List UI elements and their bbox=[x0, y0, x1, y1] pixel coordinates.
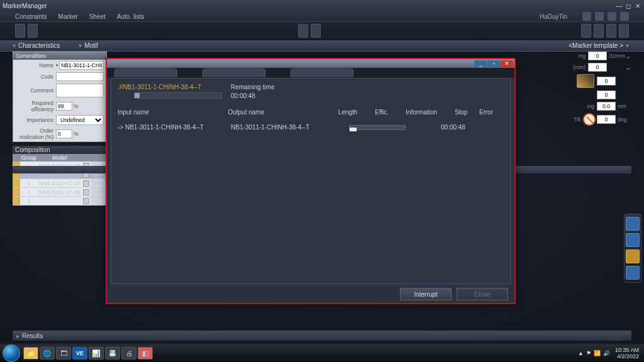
importance-select[interactable]: Undefined bbox=[56, 115, 104, 125]
app-title: MarkerManager bbox=[3, 3, 47, 9]
tilt-label: Tilt bbox=[574, 116, 580, 123]
tool-icon[interactable] bbox=[595, 12, 604, 21]
col-stop: Stop bbox=[455, 109, 479, 116]
taskbar-app-icon[interactable]: 🖨 bbox=[121, 347, 136, 359]
tool-button[interactable] bbox=[311, 24, 321, 38]
menu-sheet[interactable]: Sheet bbox=[89, 13, 106, 20]
code-field[interactable] bbox=[56, 72, 104, 81]
comment-field[interactable] bbox=[56, 84, 104, 97]
taskbar-chrome-icon[interactable]: 🌐 bbox=[40, 347, 55, 359]
float-tool-icon[interactable] bbox=[626, 250, 640, 263]
remaining-time-label: Remaining time bbox=[231, 84, 274, 90]
dialog-titlebar[interactable]: _ ▫ ✕ bbox=[107, 59, 514, 68]
marker-template-link[interactable]: <Marker template > bbox=[569, 42, 623, 49]
tray-volume-icon[interactable]: 🔊 bbox=[603, 350, 610, 356]
taskbar-explorer-icon[interactable]: 📁 bbox=[23, 347, 38, 359]
tool-button[interactable] bbox=[619, 24, 629, 38]
spacing-field[interactable] bbox=[588, 52, 607, 60]
row-progress-bar bbox=[349, 125, 406, 130]
row-information: 00:00:48 bbox=[441, 124, 491, 131]
col-efficiency: Effic. bbox=[375, 109, 406, 116]
spacing-unit: /10mm bbox=[609, 53, 623, 59]
chevron-down-icon[interactable]: ⌄ bbox=[625, 63, 631, 72]
tray-icon[interactable]: ▲ bbox=[578, 350, 584, 356]
orderreal-field[interactable] bbox=[56, 129, 72, 138]
float-tool-icon[interactable] bbox=[626, 217, 640, 231]
tilt-field[interactable] bbox=[597, 115, 616, 124]
dialog-tab[interactable] bbox=[114, 69, 177, 77]
taskbar-vnc-icon[interactable]: VE bbox=[72, 347, 87, 359]
tool-button[interactable] bbox=[581, 24, 591, 38]
float-tool-icon[interactable] bbox=[626, 266, 640, 280]
taskbar-app-icon[interactable]: 📇 bbox=[105, 347, 120, 359]
no-tilt-icon[interactable] bbox=[583, 113, 596, 126]
reqeff-unit: % bbox=[74, 103, 79, 109]
tray-flag-icon[interactable]: ⚑ bbox=[586, 350, 591, 356]
taskbar-app-icon[interactable]: 🗔 bbox=[56, 347, 71, 359]
generalities-panel: Generalities Name• Code Comment Required… bbox=[13, 52, 107, 142]
dialog-minimize-icon[interactable]: _ bbox=[474, 60, 487, 67]
tool-button[interactable] bbox=[298, 24, 308, 38]
reqeff-label: Required efficiency bbox=[16, 100, 53, 112]
clock-time: 10:35 AM bbox=[615, 347, 639, 353]
tab-characteristics[interactable]: Characteristics bbox=[18, 42, 60, 49]
val4-field[interactable] bbox=[597, 90, 616, 99]
tool-icon[interactable] bbox=[582, 12, 591, 21]
minimize-icon[interactable]: — bbox=[615, 3, 623, 9]
system-tray[interactable]: ▲ ⚑ 📶 🔊 10:35 AM 4/2/2022 bbox=[578, 347, 641, 359]
dialog-close-icon[interactable]: ✕ bbox=[501, 60, 513, 67]
menu-autolists[interactable]: Auto. lists bbox=[117, 13, 144, 20]
table-row[interactable]: 51… bbox=[13, 197, 107, 206]
dialog-maximize-icon[interactable]: ▫ bbox=[487, 60, 500, 67]
tool-icon[interactable] bbox=[608, 12, 616, 21]
remaining-time-value: 00:00:48 bbox=[231, 92, 255, 99]
tilt-unit: deg. bbox=[618, 116, 631, 123]
dialog-tab[interactable] bbox=[203, 69, 265, 77]
tool-icon[interactable] bbox=[620, 12, 629, 21]
ing2-field[interactable] bbox=[597, 102, 616, 111]
table-row[interactable]: 31NAB-3018-VC-38…PHU bbox=[13, 179, 107, 188]
tab-motif[interactable]: Motif bbox=[84, 42, 98, 49]
float-tool-icon[interactable] bbox=[626, 233, 640, 247]
menu-bar: Constraints Marker Sheet Auto. lists HaD… bbox=[0, 11, 644, 21]
reqeff-field[interactable] bbox=[56, 102, 72, 111]
section-tabs: ▾ Characteristics ▾ Motif <Marker templa… bbox=[0, 40, 644, 52]
chevron-down-icon[interactable]: ▾ bbox=[79, 42, 82, 49]
tray-network-icon[interactable]: 📶 bbox=[594, 350, 601, 356]
maximize-icon[interactable]: ◻ bbox=[625, 3, 632, 9]
spacing-label: ing bbox=[579, 53, 586, 59]
taskbar-clock[interactable]: 10:35 AM 4/2/2022 bbox=[615, 347, 639, 359]
row-output-name: NB1-3011-1-CHINH-38-4--T bbox=[231, 124, 344, 131]
chevron-down-icon[interactable]: ⌄ bbox=[625, 52, 631, 60]
tool-button[interactable] bbox=[594, 24, 604, 38]
table-row[interactable]: 41NAB-3016-VC-38…PHU bbox=[13, 188, 107, 197]
gap-field[interactable] bbox=[588, 63, 607, 72]
results-label: Results bbox=[22, 332, 43, 339]
close-icon[interactable]: ✕ bbox=[634, 3, 641, 9]
chevron-down-icon[interactable]: ▾ bbox=[626, 42, 629, 49]
chevron-down-icon[interactable]: ▾ bbox=[13, 42, 16, 49]
processing-dialog: _ ▫ ✕ .#NB1-3011-1-CHINH-38-4--T Remaini… bbox=[106, 58, 516, 304]
composition-header: Composition bbox=[13, 146, 107, 154]
tool-button[interactable] bbox=[606, 24, 616, 38]
taskbar: 📁 🌐 🗔 VE 📊 📇 🖨 ◧ ▲ ⚑ 📶 🔊 10:35 AM 4/2/20… bbox=[0, 344, 644, 362]
dialog-tab[interactable] bbox=[291, 69, 353, 77]
tool-button[interactable] bbox=[28, 24, 38, 38]
taskbar-app-icon[interactable]: ◧ bbox=[138, 347, 153, 359]
row-input-name: -> NB1-3011-1-CHINH-38-4--T bbox=[118, 124, 231, 131]
val3-field[interactable] bbox=[597, 77, 616, 85]
fabric-swatch-icon[interactable] bbox=[577, 74, 594, 88]
gap-label: (mm) bbox=[573, 64, 586, 70]
col-information: Information bbox=[406, 109, 455, 116]
start-button[interactable] bbox=[3, 344, 20, 362]
tool-button[interactable] bbox=[15, 24, 25, 38]
menu-marker[interactable]: Marker bbox=[58, 13, 78, 20]
ing2-label: ing bbox=[587, 103, 594, 109]
code-label: Code bbox=[16, 74, 53, 80]
results-bar[interactable]: ▸ Results bbox=[13, 331, 631, 341]
interrupt-button[interactable]: Interrupt bbox=[400, 288, 452, 300]
name-field[interactable] bbox=[59, 61, 104, 70]
menu-constraints[interactable]: Constraints bbox=[15, 13, 47, 20]
generalities-header: Generalities bbox=[13, 52, 106, 60]
taskbar-app-icon[interactable]: 📊 bbox=[89, 347, 104, 359]
